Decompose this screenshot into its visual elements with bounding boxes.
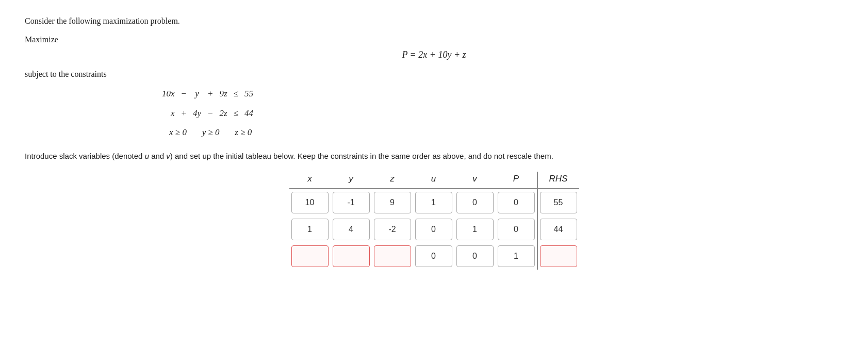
tableau-cell: [537, 243, 579, 270]
cell-r0-c2[interactable]: 9: [374, 192, 411, 213]
cell-r0-c0[interactable]: 10: [291, 192, 329, 213]
tableau-cell: -1: [331, 189, 372, 216]
cell-r2-c6[interactable]: [540, 245, 577, 267]
intro-text: Consider the following maximization prob…: [25, 16, 843, 26]
cell-r2-c1[interactable]: [333, 245, 370, 267]
header-rhs: RHS: [537, 172, 579, 189]
header-y: y: [331, 172, 372, 189]
tableau-cell: 0: [413, 243, 454, 270]
tableau-cell: 0: [496, 216, 537, 243]
constraint-row-3: x ≥ 0 y ≥ 0 z ≥ 0: [159, 123, 256, 142]
maximize-label: Maximize: [25, 35, 843, 44]
cell-r1-c3[interactable]: 0: [415, 219, 452, 240]
tableau-wrapper: x y z u v P RHS 10-191005514-201044001: [25, 172, 843, 270]
tableau-cell: [372, 243, 413, 270]
cell-r1-c6[interactable]: 44: [540, 219, 577, 240]
header-x: x: [289, 172, 331, 189]
constraint-row-1: 10x − y + 9z ≤ 55: [159, 84, 256, 104]
tableau: x y z u v P RHS 10-191005514-201044001: [289, 172, 579, 270]
tableau-cell: 4: [331, 216, 372, 243]
tableau-cell: 44: [537, 216, 579, 243]
tableau-cell: 1: [454, 216, 496, 243]
cell-r1-c1[interactable]: 4: [333, 219, 370, 240]
tableau-cell: 0: [454, 189, 496, 216]
tableau-cell: [289, 243, 331, 270]
header-v: v: [454, 172, 496, 189]
cell-r2-c2[interactable]: [374, 245, 411, 267]
cell-r1-c2[interactable]: -2: [374, 219, 411, 240]
tableau-cell: -2: [372, 216, 413, 243]
constraint-row-2: x + 4y − 2z ≤ 44: [159, 104, 256, 123]
page-container: Consider the following maximization prob…: [0, 0, 868, 348]
objective-text: P = 2x + 10y + z: [402, 49, 466, 60]
cell-r0-c4[interactable]: 0: [456, 192, 494, 213]
constraints-table: 10x − y + 9z ≤ 55 x + 4y − 2z ≤ 44 x ≥ 0…: [159, 84, 256, 142]
header-u: u: [413, 172, 454, 189]
cell-r1-c5[interactable]: 0: [498, 219, 535, 240]
tableau-cell: 0: [454, 243, 496, 270]
tableau-cell: 10: [289, 189, 331, 216]
cell-r0-c1[interactable]: -1: [333, 192, 370, 213]
cell-r2-c0[interactable]: [291, 245, 329, 267]
tableau-row: 10-1910055: [289, 189, 579, 216]
tableau-cell: 1: [413, 189, 454, 216]
tableau-row: 14-201044: [289, 216, 579, 243]
subject-label: subject to the constraints: [25, 70, 843, 79]
cell-r2-c5[interactable]: 1: [498, 245, 535, 267]
constraints-block: 10x − y + 9z ≤ 55 x + 4y − 2z ≤ 44 x ≥ 0…: [159, 84, 843, 142]
tableau-cell: 0: [413, 216, 454, 243]
cell-r1-c4[interactable]: 1: [456, 219, 494, 240]
cell-r1-c0[interactable]: 1: [291, 219, 329, 240]
tableau-row: 001: [289, 243, 579, 270]
cell-r0-c5[interactable]: 0: [498, 192, 535, 213]
cell-r2-c3[interactable]: 0: [415, 245, 452, 267]
tableau-cell: [331, 243, 372, 270]
tableau-cell: 0: [496, 189, 537, 216]
header-z: z: [372, 172, 413, 189]
slack-intro-text: Introduce slack variables (denoted u and…: [25, 152, 843, 160]
objective-formula: P = 2x + 10y + z: [25, 49, 843, 60]
cell-r0-c3[interactable]: 1: [415, 192, 452, 213]
tableau-cell: 9: [372, 189, 413, 216]
tableau-header-row: x y z u v P RHS: [289, 172, 579, 189]
tableau-cell: 1: [496, 243, 537, 270]
tableau-cell: 55: [537, 189, 579, 216]
cell-r0-c6[interactable]: 55: [540, 192, 577, 213]
header-P: P: [496, 172, 537, 189]
cell-r2-c4[interactable]: 0: [456, 245, 494, 267]
tableau-cell: 1: [289, 216, 331, 243]
